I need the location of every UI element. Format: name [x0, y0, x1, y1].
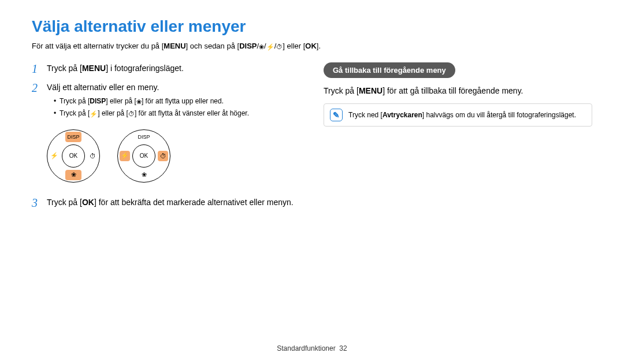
disp-label: DISP: [138, 134, 150, 140]
ok-center: OK: [62, 144, 85, 168]
macro-button-highlight: [65, 170, 81, 180]
page-title: Välja alternativ eller menyer: [32, 17, 592, 36]
footer-page-number: 32: [339, 344, 347, 352]
timer-button: [87, 151, 98, 161]
t: ] för att flytta upp eller ned.: [142, 97, 224, 105]
flash-icon: [266, 42, 274, 51]
menu-key-label: MENU: [164, 42, 185, 50]
page-footer: Standardfunktioner 32: [0, 344, 624, 352]
flash-icon: [50, 152, 58, 159]
flash-button: [49, 151, 60, 161]
disp-button: DISP: [136, 132, 152, 142]
timer-icon: [128, 109, 135, 119]
disp-label: DISP: [67, 134, 79, 140]
note-box: ✎ Tryck ned [Avtryckaren] halvvägs om du…: [324, 103, 592, 127]
timer-button-highlight: [158, 151, 168, 161]
intro-paragraph: För att välja ett alternativ trycker du …: [32, 42, 592, 51]
ok-key-label: OK: [82, 198, 94, 207]
timer-icon: [160, 153, 166, 159]
nav-wheel-horizontal: DISP OK: [117, 129, 170, 183]
intro-prefix: För att välja ett alternativ trycker du …: [32, 42, 164, 50]
t: Tryck på [: [60, 97, 90, 105]
menu-key-label: MENU: [82, 64, 106, 73]
intro-mid2: ] eller [: [283, 42, 305, 50]
left-column: 1 Tryck på [MENU] i fotograferingsläget.…: [32, 62, 300, 216]
intro-mid1: ] och sedan på [: [186, 42, 240, 50]
step1-text-a: Tryck på [: [47, 64, 82, 73]
ok-label: OK: [140, 153, 148, 159]
step-number: 3: [32, 196, 41, 210]
t: Tryck ned [: [348, 111, 382, 119]
t: ] eller på [: [98, 109, 128, 117]
note-text: Tryck ned [Avtryckaren] halvvägs om du v…: [348, 111, 576, 119]
t: Tryck på [: [324, 86, 359, 95]
right-column: Gå tillbaka till föregående meny Tryck p…: [324, 62, 592, 216]
flash-icon: [90, 109, 98, 119]
macro-icon: [259, 42, 264, 51]
intro-suffix: ].: [317, 42, 321, 50]
footer-section: Standardfunktioner: [277, 344, 335, 352]
flash-icon: [121, 152, 129, 159]
step-3: 3 Tryck på [OK] för att bekräfta det mar…: [32, 196, 300, 210]
ok-center: OK: [132, 144, 155, 168]
t: ] för att flytta åt vänster eller åt hög…: [135, 109, 249, 117]
nav-wheel-vertical: DISP OK: [47, 129, 100, 183]
t: ] halvvägs om du vill återgå till fotogr…: [422, 111, 576, 119]
t: Tryck på [: [60, 109, 90, 117]
macro-icon: [142, 171, 147, 179]
t: ] eller på [: [106, 97, 136, 105]
step3-text-b: ] för att bekräfta det markerade alterna…: [94, 198, 294, 207]
right-paragraph: Tryck på [MENU] för att gå tillbaka till…: [324, 86, 592, 95]
step2-bullet-1: Tryck på [DISP] eller på [] för att flyt…: [54, 96, 300, 107]
ok-label: OK: [69, 153, 77, 159]
shutter-key-label: Avtryckaren: [382, 111, 422, 119]
step2-bullet-2: Tryck på [] eller på [] för att flytta å…: [54, 108, 300, 119]
ok-key-label: OK: [305, 42, 317, 50]
timer-icon: [276, 42, 283, 51]
macro-button: [136, 170, 152, 180]
step-number: 2: [32, 81, 41, 120]
step2-main: Välj ett alternativ eller en meny.: [47, 81, 300, 94]
macro-icon: [136, 96, 142, 107]
nav-wheel-graphics: DISP OK DISP OK: [47, 129, 300, 183]
step3-text-a: Tryck på [: [47, 198, 82, 207]
timer-icon: [90, 153, 96, 159]
step-2: 2 Välj ett alternativ eller en meny. Try…: [32, 81, 300, 120]
macro-icon: [71, 171, 76, 179]
step1-text-b: ] i fotograferingsläget.: [106, 64, 184, 73]
disp-key-label: DISP: [239, 42, 257, 50]
flash-button-highlight: [120, 151, 130, 161]
disp-button-highlight: DISP: [65, 132, 81, 142]
note-icon: ✎: [330, 109, 343, 121]
step-number: 1: [32, 62, 41, 76]
subsection-pill: Gå tillbaka till föregående meny: [324, 62, 455, 78]
menu-key-label: MENU: [359, 86, 382, 95]
disp-key-label: DISP: [90, 97, 106, 105]
t: ] för att gå tillbaka till föregående me…: [382, 86, 523, 95]
step-1: 1 Tryck på [MENU] i fotograferingsläget.: [32, 62, 300, 76]
